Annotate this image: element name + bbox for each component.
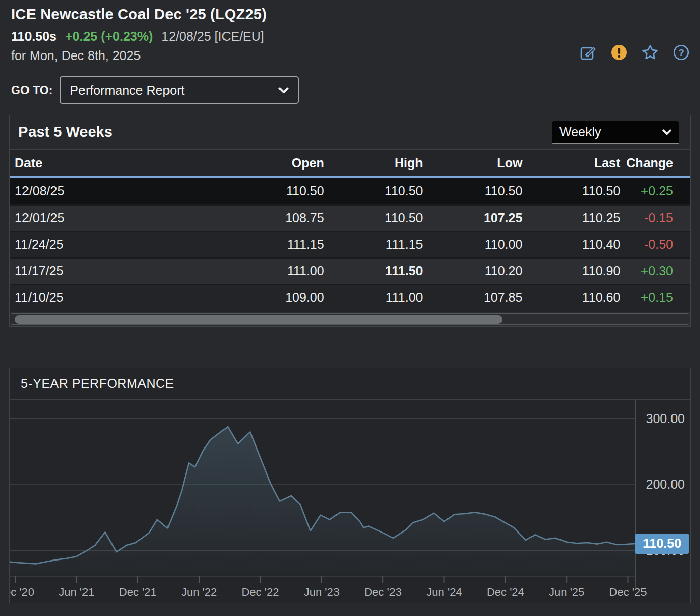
table-cell: 107.25: [426, 204, 526, 231]
column-header: Open: [230, 150, 327, 178]
table-row: 12/01/25108.75110.50107.25110.25-0.15: [10, 204, 690, 231]
x-axis-label: Jun '25: [549, 585, 584, 599]
table-cell: +0.25: [623, 178, 690, 204]
edit-icon[interactable]: [579, 44, 597, 61]
table-cell: 11/24/25: [10, 231, 230, 257]
table-cell: 107.85: [426, 284, 526, 310]
table-cell: 11/10/25: [10, 284, 230, 310]
session-date: for Mon, Dec 8th, 2025: [11, 48, 141, 63]
table-titlebar: Past 5 Weeks Weekly: [10, 115, 690, 150]
table-row: 11/24/25111.15111.15110.00110.40-0.50: [10, 231, 690, 257]
help-icon[interactable]: ?: [673, 44, 690, 61]
star-icon[interactable]: [641, 44, 659, 61]
table-row: 11/17/25111.00111.50110.20110.90+0.30: [10, 257, 690, 284]
frequency-select[interactable]: Weekly: [552, 121, 679, 144]
past-5-weeks-panel: Past 5 Weeks Weekly DateOpenHighLowLastC…: [9, 115, 691, 327]
column-header: Last: [525, 150, 623, 178]
table-title: Past 5 Weeks: [18, 124, 113, 141]
table-cell: +0.15: [623, 284, 690, 310]
table-cell: 108.75: [230, 204, 327, 231]
table-cell: 109.00: [230, 284, 327, 310]
goto-select[interactable]: Performance Report: [60, 76, 299, 104]
x-axis-label: Dec '24: [487, 585, 524, 599]
column-header: Change: [623, 150, 690, 178]
table-cell: 110.60: [525, 284, 623, 310]
table-cell: 110.00: [426, 231, 526, 257]
goto-label: GO TO:: [11, 83, 52, 97]
goto-row: GO TO: Performance Report: [11, 76, 299, 104]
table-cell: 111.50: [327, 257, 426, 284]
x-axis-label: Jun '24: [426, 585, 462, 599]
table-cell: 111.00: [327, 284, 426, 310]
table-cell: 110.25: [525, 204, 623, 231]
price-chart: [10, 400, 690, 599]
table-cell: 111.00: [230, 257, 327, 284]
chevron-down-icon: [278, 87, 289, 94]
table-row: 12/08/25110.50110.50110.50110.50+0.25: [10, 178, 690, 204]
table-cell: 12/01/25: [10, 204, 230, 231]
chart-area: 300.00200.00100.00Dec '20Jun '21Dec '21J…: [10, 400, 690, 599]
chart-titlebar: 5-YEAR PERFORMANCE: [10, 368, 690, 400]
x-axis-label: Jun '23: [304, 585, 340, 599]
table-cell: 110.50: [327, 204, 426, 231]
last-price: 110.50s: [11, 29, 57, 43]
table-cell: +0.30: [623, 257, 690, 284]
column-header: Low: [426, 150, 526, 178]
price-history-table: DateOpenHighLowLastChange 12/08/25110.50…: [10, 150, 690, 310]
x-axis-label: Dec '25: [609, 585, 647, 599]
column-header: High: [327, 150, 426, 178]
table-cell: 110.90: [525, 257, 623, 284]
table-cell: 110.50: [230, 178, 327, 204]
chevron-down-icon: [662, 129, 671, 135]
x-axis-label: Jun '21: [59, 585, 94, 599]
svg-text:?: ?: [678, 47, 684, 58]
table-cell: 110.50: [327, 178, 426, 204]
table-body: 12/08/25110.50110.50110.50110.50+0.2512/…: [10, 178, 690, 310]
column-header: Date: [10, 150, 230, 178]
y-axis-label: 200.00: [633, 477, 690, 492]
table-row: 11/10/25109.00111.00107.85110.60+0.15: [10, 284, 690, 310]
scrollbar-thumb[interactable]: [15, 315, 502, 324]
x-axis-label: Jun '22: [181, 585, 217, 599]
table-header-row: DateOpenHighLowLastChange: [10, 150, 690, 178]
x-axis-label: Dec '22: [241, 585, 279, 599]
x-axis-label: Dec '23: [364, 585, 402, 599]
quote-date-source: 12/08/25 [ICE/EU]: [161, 29, 264, 43]
table-cell: 12/08/25: [10, 178, 230, 204]
scrollbar-track[interactable]: [11, 313, 689, 325]
table-cell: 111.15: [327, 231, 426, 257]
table-cell: 11/17/25: [10, 257, 230, 284]
chart-title: 5-YEAR PERFORMANCE: [21, 376, 174, 391]
table-cell: -0.15: [623, 204, 690, 231]
price-change: +0.25 (+0.23%): [65, 29, 153, 43]
x-axis-label: Dec '21: [119, 585, 157, 599]
table-cell: 110.40: [525, 231, 623, 257]
table-cell: 111.15: [230, 231, 327, 257]
table-cell: 110.50: [426, 178, 526, 204]
table-cell: -0.50: [623, 231, 690, 257]
five-year-performance-panel: 5-YEAR PERFORMANCE 300.00200.00100.00Dec…: [9, 368, 691, 603]
y-axis-label: 300.00: [633, 411, 690, 426]
table-cell: 110.50: [525, 178, 623, 204]
goto-selected-value: Performance Report: [70, 83, 184, 98]
frequency-selected-value: Weekly: [559, 125, 601, 139]
quote-actions: ?: [579, 44, 690, 61]
quote-summary: 110.50s +0.25 (+0.23%) 12/08/25 [ICE/EU]: [11, 29, 264, 44]
x-axis-label: Dec '20: [10, 585, 34, 599]
last-price-badge: 110.50: [635, 534, 689, 554]
page-title: ICE Newcastle Coal Dec '25 (LQZ25): [11, 6, 267, 23]
alert-icon[interactable]: [610, 44, 628, 61]
table-cell: 110.20: [426, 257, 526, 284]
horizontal-scrollbar[interactable]: [10, 312, 690, 326]
